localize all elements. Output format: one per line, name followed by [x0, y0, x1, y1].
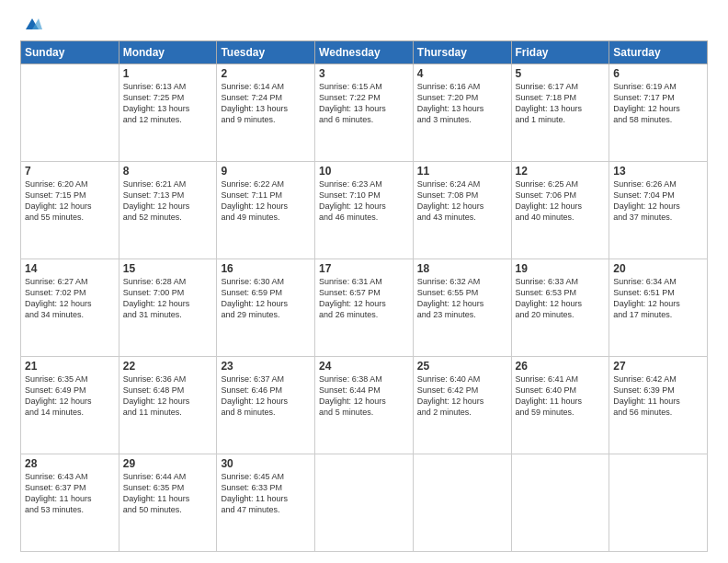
calendar-cell: 17Sunrise: 6:31 AMSunset: 6:57 PMDayligh… — [315, 259, 414, 357]
calendar-cell: 14Sunrise: 6:27 AMSunset: 7:02 PMDayligh… — [21, 259, 119, 357]
calendar-table: Sunday Monday Tuesday Wednesday Thursday… — [20, 40, 708, 552]
day-number: 26 — [516, 360, 606, 373]
header-wednesday: Wednesday — [315, 41, 414, 64]
calendar-cell: 11Sunrise: 6:24 AMSunset: 7:08 PMDayligh… — [413, 162, 511, 259]
day-number: 22 — [123, 360, 213, 373]
header-sunday: Sunday — [21, 41, 119, 64]
day-info: Sunrise: 6:36 AMSunset: 6:48 PMDaylight:… — [123, 373, 213, 419]
calendar-week-row: 14Sunrise: 6:27 AMSunset: 7:02 PMDayligh… — [21, 259, 708, 357]
day-number: 5 — [516, 67, 606, 80]
day-number: 30 — [221, 457, 311, 470]
calendar-cell: 12Sunrise: 6:25 AMSunset: 7:06 PMDayligh… — [511, 162, 609, 259]
day-info: Sunrise: 6:28 AMSunset: 7:00 PMDaylight:… — [123, 276, 213, 321]
day-number: 1 — [123, 67, 213, 80]
day-info: Sunrise: 6:20 AMSunset: 7:15 PMDaylight:… — [25, 178, 115, 224]
day-info: Sunrise: 6:42 AMSunset: 6:39 PMDaylight:… — [613, 373, 703, 419]
calendar-cell: 1Sunrise: 6:13 AMSunset: 7:25 PMDaylight… — [119, 64, 217, 162]
calendar-cell: 21Sunrise: 6:35 AMSunset: 6:49 PMDayligh… — [21, 357, 119, 454]
calendar-cell: 29Sunrise: 6:44 AMSunset: 6:35 PMDayligh… — [119, 454, 217, 552]
calendar-cell: 13Sunrise: 6:26 AMSunset: 7:04 PMDayligh… — [609, 162, 708, 259]
day-info: Sunrise: 6:33 AMSunset: 6:53 PMDaylight:… — [516, 276, 606, 321]
calendar-cell: 15Sunrise: 6:28 AMSunset: 7:00 PMDayligh… — [119, 259, 217, 357]
day-number: 9 — [221, 165, 311, 178]
day-info: Sunrise: 6:13 AMSunset: 7:25 PMDaylight:… — [123, 81, 213, 126]
day-number: 18 — [417, 262, 507, 275]
day-number: 2 — [221, 67, 311, 80]
calendar-cell — [413, 454, 511, 552]
calendar-cell: 5Sunrise: 6:17 AMSunset: 7:18 PMDaylight… — [511, 64, 609, 162]
calendar-cell: 9Sunrise: 6:22 AMSunset: 7:11 PMDaylight… — [217, 162, 315, 259]
header-thursday: Thursday — [413, 41, 511, 64]
day-info: Sunrise: 6:45 AMSunset: 6:33 PMDaylight:… — [221, 471, 311, 516]
day-info: Sunrise: 6:34 AMSunset: 6:51 PMDaylight:… — [613, 276, 703, 321]
day-info: Sunrise: 6:37 AMSunset: 6:46 PMDaylight:… — [221, 373, 311, 419]
calendar-cell — [315, 454, 414, 552]
day-info: Sunrise: 6:31 AMSunset: 6:57 PMDaylight:… — [319, 276, 409, 321]
day-info: Sunrise: 6:32 AMSunset: 6:55 PMDaylight:… — [417, 276, 507, 321]
day-info: Sunrise: 6:43 AMSunset: 6:37 PMDaylight:… — [25, 471, 115, 516]
day-number: 15 — [123, 262, 213, 275]
calendar-week-row: 28Sunrise: 6:43 AMSunset: 6:37 PMDayligh… — [21, 454, 708, 552]
day-number: 10 — [319, 165, 409, 178]
day-info: Sunrise: 6:41 AMSunset: 6:40 PMDaylight:… — [516, 373, 606, 419]
calendar-cell: 18Sunrise: 6:32 AMSunset: 6:55 PMDayligh… — [413, 259, 511, 357]
header-friday: Friday — [511, 41, 609, 64]
calendar-cell: 3Sunrise: 6:15 AMSunset: 7:22 PMDaylight… — [315, 64, 414, 162]
day-number: 20 — [613, 262, 703, 275]
day-info: Sunrise: 6:22 AMSunset: 7:11 PMDaylight:… — [221, 178, 311, 224]
calendar-cell: 27Sunrise: 6:42 AMSunset: 6:39 PMDayligh… — [609, 357, 708, 454]
header-monday: Monday — [119, 41, 217, 64]
day-info: Sunrise: 6:19 AMSunset: 7:17 PMDaylight:… — [613, 81, 703, 126]
day-number: 23 — [221, 360, 311, 373]
weekday-header-row: Sunday Monday Tuesday Wednesday Thursday… — [21, 41, 708, 64]
day-number: 11 — [417, 165, 507, 178]
day-info: Sunrise: 6:17 AMSunset: 7:18 PMDaylight:… — [516, 81, 606, 126]
day-info: Sunrise: 6:24 AMSunset: 7:08 PMDaylight:… — [417, 178, 507, 224]
header — [20, 17, 708, 33]
calendar-cell: 10Sunrise: 6:23 AMSunset: 7:10 PMDayligh… — [315, 162, 414, 259]
day-info: Sunrise: 6:30 AMSunset: 6:59 PMDaylight:… — [221, 276, 311, 321]
day-number: 7 — [25, 165, 115, 178]
logo-icon — [22, 17, 42, 33]
day-info: Sunrise: 6:21 AMSunset: 7:13 PMDaylight:… — [123, 178, 213, 224]
calendar-cell: 28Sunrise: 6:43 AMSunset: 6:37 PMDayligh… — [21, 454, 119, 552]
calendar-cell: 19Sunrise: 6:33 AMSunset: 6:53 PMDayligh… — [511, 259, 609, 357]
calendar-cell: 2Sunrise: 6:14 AMSunset: 7:24 PMDaylight… — [217, 64, 315, 162]
day-info: Sunrise: 6:23 AMSunset: 7:10 PMDaylight:… — [319, 178, 409, 224]
day-number: 28 — [25, 457, 115, 470]
day-info: Sunrise: 6:16 AMSunset: 7:20 PMDaylight:… — [417, 81, 507, 126]
day-info: Sunrise: 6:15 AMSunset: 7:22 PMDaylight:… — [319, 81, 409, 126]
day-info: Sunrise: 6:35 AMSunset: 6:49 PMDaylight:… — [25, 373, 115, 419]
day-number: 19 — [516, 262, 606, 275]
header-saturday: Saturday — [609, 41, 708, 64]
day-number: 27 — [613, 360, 703, 373]
calendar-cell: 7Sunrise: 6:20 AMSunset: 7:15 PMDaylight… — [21, 162, 119, 259]
calendar-cell: 26Sunrise: 6:41 AMSunset: 6:40 PMDayligh… — [511, 357, 609, 454]
day-number: 13 — [613, 165, 703, 178]
calendar-page: Sunday Monday Tuesday Wednesday Thursday… — [0, 0, 728, 563]
day-number: 24 — [319, 360, 409, 373]
calendar-week-row: 21Sunrise: 6:35 AMSunset: 6:49 PMDayligh… — [21, 357, 708, 454]
day-info: Sunrise: 6:25 AMSunset: 7:06 PMDaylight:… — [516, 178, 606, 224]
calendar-week-row: 7Sunrise: 6:20 AMSunset: 7:15 PMDaylight… — [21, 162, 708, 259]
day-number: 14 — [25, 262, 115, 275]
calendar-cell: 20Sunrise: 6:34 AMSunset: 6:51 PMDayligh… — [609, 259, 708, 357]
calendar-cell: 30Sunrise: 6:45 AMSunset: 6:33 PMDayligh… — [217, 454, 315, 552]
day-info: Sunrise: 6:40 AMSunset: 6:42 PMDaylight:… — [417, 373, 507, 419]
calendar-cell: 16Sunrise: 6:30 AMSunset: 6:59 PMDayligh… — [217, 259, 315, 357]
day-info: Sunrise: 6:44 AMSunset: 6:35 PMDaylight:… — [123, 471, 213, 516]
calendar-cell: 23Sunrise: 6:37 AMSunset: 6:46 PMDayligh… — [217, 357, 315, 454]
day-number: 8 — [123, 165, 213, 178]
day-number: 21 — [25, 360, 115, 373]
day-number: 29 — [123, 457, 213, 470]
day-number: 12 — [516, 165, 606, 178]
calendar-cell: 6Sunrise: 6:19 AMSunset: 7:17 PMDaylight… — [609, 64, 708, 162]
day-info: Sunrise: 6:14 AMSunset: 7:24 PMDaylight:… — [221, 81, 311, 126]
header-tuesday: Tuesday — [217, 41, 315, 64]
day-number: 4 — [417, 67, 507, 80]
day-info: Sunrise: 6:38 AMSunset: 6:44 PMDaylight:… — [319, 373, 409, 419]
day-number: 3 — [319, 67, 409, 80]
calendar-week-row: 1Sunrise: 6:13 AMSunset: 7:25 PMDaylight… — [21, 64, 708, 162]
day-number: 6 — [613, 67, 703, 80]
calendar-cell: 25Sunrise: 6:40 AMSunset: 6:42 PMDayligh… — [413, 357, 511, 454]
